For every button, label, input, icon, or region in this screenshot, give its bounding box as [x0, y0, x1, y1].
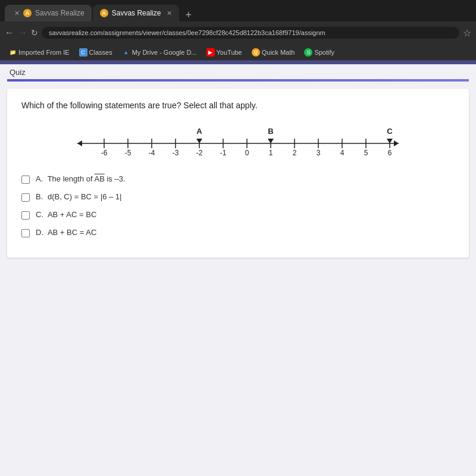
bookmark-youtube[interactable]: ▶ YouTube: [203, 47, 246, 58]
browser-chrome: ✕ A Savvas Realize A Savvas Realize ✕ + …: [0, 0, 476, 61]
svg-text:1: 1: [269, 149, 273, 157]
back-button[interactable]: ←: [5, 27, 14, 38]
bookmark-quickmath-label: Quick Math: [262, 49, 295, 56]
bookmark-youtube-label: YouTube: [217, 49, 242, 56]
choice-c-letter: C.: [36, 210, 43, 219]
refresh-button[interactable]: ↻: [31, 28, 38, 37]
svg-text:-3: -3: [173, 149, 179, 157]
checkbox-b[interactable]: [21, 193, 30, 202]
svg-marker-1: [77, 140, 82, 146]
svg-text:-1: -1: [220, 149, 227, 157]
tab-2[interactable]: A Savvas Realize ✕: [93, 5, 180, 21]
svg-text:-2: -2: [196, 149, 203, 157]
choice-a: A. The length of AB is –3.: [21, 174, 455, 184]
choice-b: B. d(B, C) = BC = |6 – 1|: [21, 192, 455, 202]
checkbox-c[interactable]: [21, 211, 30, 220]
svg-marker-33: [387, 139, 393, 143]
question-text: Which of the following statements are tr…: [21, 101, 455, 110]
choice-d-letter: D.: [36, 228, 43, 237]
svg-text:4: 4: [340, 149, 345, 157]
tab-favicon-1: A: [23, 9, 32, 17]
number-line-svg: -6 -5 -4 -3 -2 A -1 0: [27, 121, 449, 162]
svg-text:A: A: [196, 127, 202, 136]
bookmark-youtube-icon: ▶: [206, 48, 215, 57]
bookmark-classes-label: Classes: [89, 49, 112, 56]
bookmark-spotify-icon: S: [304, 48, 312, 57]
tab-favicon-2: A: [100, 9, 108, 17]
choice-d: D. AB + BC = AC: [21, 228, 455, 237]
choice-d-label: D. AB + BC = AC: [36, 228, 96, 237]
tab-bar: ✕ A Savvas Realize A Savvas Realize ✕ +: [0, 0, 476, 21]
svg-text:6: 6: [388, 149, 392, 157]
svg-text:0: 0: [245, 149, 249, 157]
new-tab-button[interactable]: +: [180, 9, 196, 21]
svg-text:-6: -6: [101, 149, 108, 157]
choice-b-label: B. d(B, C) = BC = |6 – 1|: [36, 192, 121, 201]
svg-text:3: 3: [317, 149, 321, 157]
choice-a-letter: A.: [36, 174, 43, 183]
section-divider: [7, 79, 469, 82]
svg-text:C: C: [387, 127, 393, 136]
page-area: Quiz Which of the following statements a…: [0, 61, 476, 476]
bookmark-spotify-label: Spotify: [314, 49, 334, 56]
content-card: Which of the following statements are tr…: [7, 89, 469, 258]
svg-text:5: 5: [364, 149, 368, 157]
forward-button[interactable]: →: [18, 27, 27, 38]
tab-1[interactable]: ✕ A Savvas Realize: [5, 5, 92, 21]
url-bar[interactable]: [42, 27, 459, 39]
bookmark-button[interactable]: ☆: [463, 27, 471, 39]
bookmark-quick-math[interactable]: Q Quick Math: [248, 47, 299, 58]
tab-label-2: Savvas Realize: [112, 9, 161, 17]
choice-c-label: C. AB + AC = BC: [36, 210, 96, 219]
bookmark-google-drive[interactable]: ▲ My Drive - Google D...: [118, 47, 201, 58]
checkbox-a[interactable]: [21, 176, 30, 184]
choice-a-label: A. The length of AB is –3.: [36, 174, 126, 183]
checkbox-d[interactable]: [21, 229, 30, 237]
bookmark-imported-from-ie[interactable]: 📁 Imported From IE: [5, 47, 73, 58]
svg-marker-21: [268, 139, 274, 143]
bookmark-classes[interactable]: C Classes: [76, 47, 116, 58]
number-line-container: -6 -5 -4 -3 -2 A -1 0: [27, 121, 449, 162]
nav-bar: ← → ↻ ☆: [0, 21, 476, 44]
bookmarks-bar: 📁 Imported From IE C Classes ▲ My Drive …: [0, 44, 476, 61]
quiz-label: Quiz: [0, 64, 476, 79]
bookmark-ie-icon: 📁: [8, 48, 17, 57]
tab-label-1: Savvas Realize: [35, 9, 84, 17]
bookmark-ie-label: Imported From IE: [18, 49, 70, 56]
svg-marker-2: [394, 140, 399, 146]
choice-c: C. AB + AC = BC: [21, 210, 455, 220]
bookmark-quickmath-icon: Q: [252, 48, 260, 57]
bookmark-classes-icon: C: [79, 48, 87, 57]
svg-text:-5: -5: [125, 149, 131, 157]
svg-text:-4: -4: [149, 149, 155, 157]
choice-b-letter: B.: [36, 192, 43, 201]
bookmark-drive-icon: ▲: [122, 48, 130, 57]
ab-overline: AB: [94, 174, 104, 183]
svg-text:2: 2: [293, 149, 297, 157]
bookmark-drive-label: My Drive - Google D...: [132, 49, 197, 56]
tab-2-close-icon[interactable]: ✕: [167, 10, 172, 17]
bookmark-spotify[interactable]: S Spotify: [300, 47, 338, 58]
svg-marker-13: [196, 139, 202, 143]
svg-text:B: B: [268, 127, 273, 136]
tab-close-icon[interactable]: ✕: [14, 10, 20, 17]
